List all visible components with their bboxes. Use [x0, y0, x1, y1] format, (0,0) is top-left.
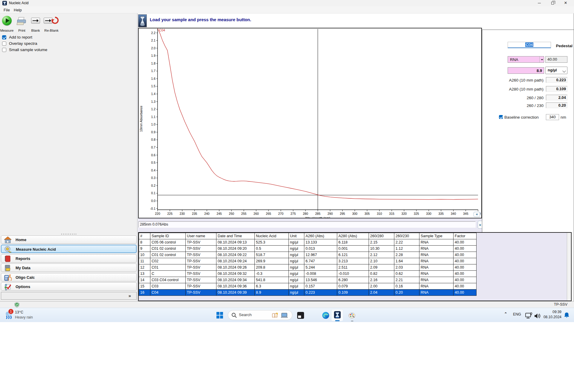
table-row[interactable]: 14C03 C04 controlTP-SSV08.10.2024 09:345…	[139, 277, 477, 283]
sidebar-collapse-bar[interactable]: »	[1, 292, 137, 300]
svg-text:310: 310	[377, 212, 382, 215]
table-row[interactable]: 8C05 06 controlTP-SSV08.10.2024 09:13525…	[139, 239, 477, 246]
restore-button[interactable]	[546, 0, 559, 6]
table-row[interactable]: 13CTP-SSV08.10.2024 09:32-0.3ng/µl-0.008…	[139, 271, 477, 277]
small-sample-volume-checkbox[interactable]	[2, 48, 6, 52]
reblank-button[interactable]: Re-Blank	[43, 15, 60, 32]
readout-strip: 285nm 0.076Abs »	[138, 218, 482, 232]
minimize-button[interactable]	[533, 0, 546, 6]
collapse-chart-button[interactable]: «	[474, 212, 480, 217]
table-row[interactable]: 12C01TP-SSV08.10.2024 09:26209.8ng/µl5.2…	[139, 264, 477, 271]
conc-unit-dropdown[interactable]: ng/µl	[545, 67, 567, 74]
svg-text:320: 320	[402, 212, 407, 215]
device-app-icon[interactable]	[297, 312, 304, 319]
column-header[interactable]: Factor	[454, 233, 477, 239]
blank-icon	[31, 18, 40, 24]
svg-text:1.4: 1.4	[151, 92, 155, 96]
baseline-correction-checkbox[interactable]	[499, 115, 503, 119]
column-header[interactable]: A260 (Abs)	[304, 233, 337, 239]
sample-id-input[interactable]: C04	[508, 42, 551, 48]
table-row[interactable]: 15C03TP-SSV08.10.2024 09:366.3ng/µl0.157…	[139, 283, 477, 290]
table-cell: C02	[150, 258, 186, 264]
blank-button[interactable]: Blank	[29, 15, 42, 32]
splitter-grip[interactable]	[61, 234, 77, 235]
column-header[interactable]: User name	[186, 233, 216, 239]
table-cell: 08.10.2024 09:26	[216, 264, 255, 271]
edge-browser-icon[interactable]	[322, 312, 329, 319]
column-header[interactable]: Sample ID	[150, 233, 186, 239]
language-indicator[interactable]: ENG	[513, 312, 521, 316]
table-row[interactable]: 11C02TP-SSV08.10.2024 09:24269.9ng/µl6.7…	[139, 258, 477, 264]
table-cell: 08.10.2024 09:13	[216, 239, 255, 246]
factor-field[interactable]: 40.00	[545, 56, 567, 63]
baseline-wavelength-input[interactable]: 340	[546, 114, 559, 120]
menu-file[interactable]: File	[2, 7, 12, 13]
table-header-row: #Sample IDUser nameDate and TimeNucleic …	[139, 233, 477, 239]
column-header[interactable]: Sample Type	[419, 233, 454, 239]
table-cell: RNA	[419, 264, 454, 271]
search-box[interactable]: Search	[228, 310, 292, 320]
table-cell: ng/µl	[289, 239, 304, 246]
svg-text:0.9: 0.9	[151, 130, 155, 134]
sidebar-item-reports[interactable]: Reports	[1, 254, 137, 263]
table-row[interactable]: 10C01 02 controlTP-SSV08.10.2024 09:2251…	[139, 252, 477, 258]
start-button[interactable]	[216, 312, 223, 318]
table-row[interactable]: 16C04TP-SSV08.10.2024 09:398.9ng/µl0.223…	[139, 290, 477, 296]
sidebar-item-oligo-calc[interactable]: Oligo Calc	[1, 273, 137, 281]
menu-help[interactable]: Help	[12, 7, 24, 13]
overlay-spectra-option[interactable]: Overlay spectra	[2, 41, 92, 47]
small-sample-volume-option[interactable]: Small sample volume	[2, 47, 92, 53]
notification-bell-icon[interactable]	[564, 312, 569, 318]
column-header[interactable]: 260/280	[369, 233, 394, 239]
svg-text:285: 285	[315, 212, 320, 215]
a280-value: 0.109	[546, 86, 567, 92]
table-scrollbar[interactable]	[567, 233, 571, 301]
column-header[interactable]: #	[139, 233, 150, 239]
weather-widget[interactable]: 1 13°C Heavy rain	[4, 309, 54, 321]
network-cast-icon[interactable]	[525, 312, 532, 319]
sidebar-item-measure-nucleic-acid[interactable]: Measure Nucleic Acid	[1, 245, 137, 253]
svg-text:300: 300	[352, 212, 358, 215]
sidebar-item-my-data[interactable]: My Data	[1, 264, 137, 272]
paint-app-icon[interactable]	[348, 312, 356, 319]
svg-text:245: 245	[216, 212, 222, 215]
nucleic-acid-app-icon[interactable]	[334, 311, 341, 318]
collapse-chevron-icon: »	[129, 293, 131, 298]
column-header[interactable]: A280 (Abs)	[337, 233, 369, 239]
table-row[interactable]: 9C01 02 controlTP-SSV08.10.2024 09:200.5…	[139, 246, 477, 252]
column-header[interactable]: Unit	[289, 233, 304, 239]
table-cell: 40.00	[454, 277, 477, 283]
sidebar-item-home[interactable]: Home	[1, 235, 137, 244]
svg-text:305: 305	[364, 212, 370, 215]
table-cell: RNA	[419, 239, 454, 246]
add-to-report-checkbox[interactable]	[2, 35, 6, 39]
conc-field[interactable]: 8.9	[508, 67, 544, 74]
sidebar-item-options[interactable]: Options	[1, 282, 137, 291]
column-header[interactable]: 260/230	[394, 233, 419, 239]
column-header[interactable]: Date and Time	[216, 233, 255, 239]
taskbar: 1 13°C Heavy rain Search	[0, 308, 574, 322]
type-dropdown[interactable]: RNA	[508, 56, 544, 63]
svg-text:10mm Absorbance: 10mm Absorbance	[139, 106, 143, 132]
tray-expand-icon[interactable]: ⌃	[504, 312, 507, 316]
add-to-report-option[interactable]: Add to report	[2, 34, 92, 41]
svg-text:230: 230	[180, 212, 185, 215]
table-cell: 2.03	[394, 264, 419, 271]
table-cell: 209.8	[255, 264, 289, 271]
table-cell: 40.00	[454, 264, 477, 271]
table-cell: 3.213	[337, 258, 369, 264]
table-cell: ng/µl	[289, 271, 304, 277]
table-cell: 0.223	[304, 290, 337, 296]
spectrum-plot[interactable]: -0.10.00.10.20.30.40.50.60.70.80.91.01.1…	[139, 28, 481, 218]
close-button[interactable]: ✕	[559, 0, 572, 6]
clock[interactable]: 09:39 08.10.2024	[544, 310, 561, 320]
measure-button[interactable]: Measure	[0, 15, 14, 32]
print-button[interactable]: Print	[16, 15, 28, 32]
overlay-spectra-checkbox[interactable]	[2, 42, 6, 46]
table-cell: 08.10.2024 09:24	[216, 258, 255, 264]
svg-text:225: 225	[167, 212, 172, 215]
volume-icon[interactable]	[534, 312, 541, 320]
column-header[interactable]: Nucleic Acid	[255, 233, 289, 239]
results-table[interactable]: #Sample IDUser nameDate and TimeNucleic …	[139, 233, 477, 296]
table-cell: 8.9	[255, 290, 289, 296]
